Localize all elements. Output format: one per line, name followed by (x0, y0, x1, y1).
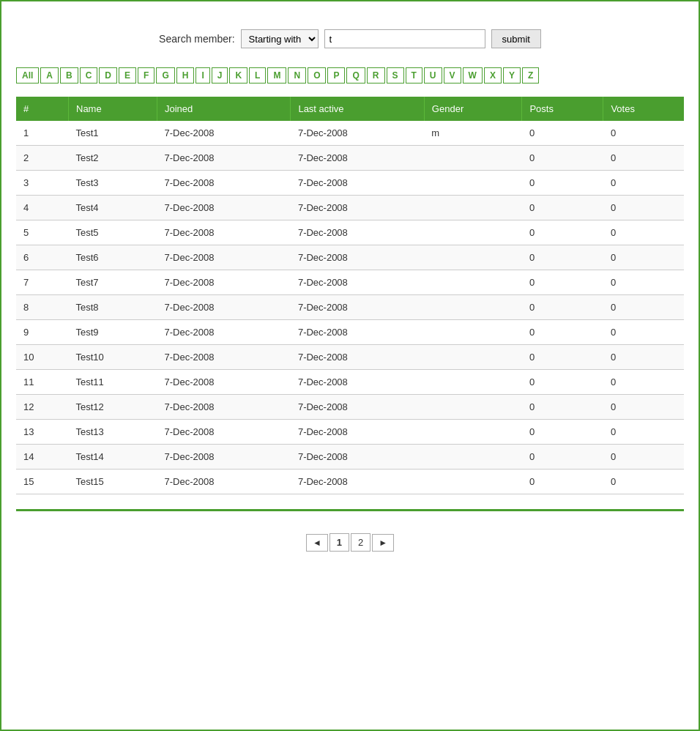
pagination-next[interactable]: ► (372, 534, 394, 552)
letter-btn-j[interactable]: J (212, 67, 228, 84)
row-votes: 0 (603, 121, 684, 146)
row-gender (424, 370, 522, 395)
row-name[interactable]: Test7 (69, 270, 157, 295)
letter-btn-b[interactable]: B (60, 67, 78, 84)
row-joined: 7-Dec-2008 (157, 370, 290, 395)
row-name[interactable]: Test4 (69, 196, 157, 220)
letter-btn-t[interactable]: T (406, 67, 422, 84)
letter-btn-y[interactable]: Y (503, 67, 521, 84)
bottom-divider (16, 509, 684, 511)
row-joined: 7-Dec-2008 (157, 245, 290, 270)
row-posts: 0 (522, 320, 603, 345)
table-row: 15Test157-Dec-20087-Dec-200800 (16, 470, 684, 494)
submit-button[interactable]: submit (491, 29, 541, 48)
row-gender (424, 445, 522, 470)
row-posts: 0 (522, 445, 603, 470)
table-body: 1Test17-Dec-20087-Dec-2008m002Test27-Dec… (16, 121, 684, 494)
col-header-posts[interactable]: Posts (522, 97, 603, 121)
pagination-prev[interactable]: ◄ (306, 534, 328, 552)
row-name[interactable]: Test9 (69, 320, 157, 345)
row-posts: 0 (522, 395, 603, 420)
letter-btn-n[interactable]: N (288, 67, 306, 84)
letter-btn-z[interactable]: Z (522, 67, 539, 84)
search-input[interactable] (324, 29, 485, 48)
row-name[interactable]: Test13 (69, 420, 157, 445)
row-joined: 7-Dec-2008 (157, 270, 290, 295)
row-name[interactable]: Test2 (69, 146, 157, 171)
letter-btn-k[interactable]: K (229, 67, 247, 84)
row-joined: 7-Dec-2008 (157, 146, 290, 171)
row-last-active: 7-Dec-2008 (291, 196, 424, 220)
table-row: 11Test117-Dec-20087-Dec-200800 (16, 370, 684, 395)
letter-btn-h[interactable]: H (176, 67, 195, 84)
row-votes: 0 (603, 370, 684, 395)
letter-btn-r[interactable]: R (367, 67, 385, 84)
letter-btn-g[interactable]: G (156, 67, 174, 84)
row-joined: 7-Dec-2008 (157, 470, 290, 494)
row-name[interactable]: Test8 (69, 295, 157, 320)
row-id: 4 (16, 196, 69, 220)
col-header-votes[interactable]: Votes (603, 97, 684, 121)
table-header: #NameJoinedLast activeGenderPostsVotes (16, 97, 684, 121)
row-id: 2 (16, 146, 69, 171)
letter-btn-f[interactable]: F (138, 67, 154, 84)
row-gender (424, 345, 522, 370)
letter-btn-d[interactable]: D (99, 67, 117, 84)
col-header-last-active[interactable]: Last active (291, 97, 424, 121)
letter-btn-w[interactable]: W (463, 67, 483, 84)
row-name[interactable]: Test12 (69, 395, 157, 420)
row-joined: 7-Dec-2008 (157, 320, 290, 345)
letter-btn-c[interactable]: C (80, 67, 98, 84)
row-name[interactable]: Test6 (69, 245, 157, 270)
row-last-active: 7-Dec-2008 (291, 395, 424, 420)
pagination-page-1[interactable]: 1 (329, 533, 349, 552)
page-wrapper: Search member: Starting withContainsEqua… (0, 0, 700, 731)
row-gender (424, 146, 522, 171)
col-header-name[interactable]: Name (69, 97, 157, 121)
letter-btn-p[interactable]: P (327, 67, 345, 84)
row-posts: 0 (522, 345, 603, 370)
row-gender: m (424, 121, 522, 146)
table-row: 12Test127-Dec-20087-Dec-200800 (16, 395, 684, 420)
letter-btn-q[interactable]: Q (346, 67, 365, 84)
table-row: 9Test97-Dec-20087-Dec-200800 (16, 320, 684, 345)
row-gender (424, 270, 522, 295)
search-select[interactable]: Starting withContainsEquals (241, 29, 319, 48)
row-name[interactable]: Test3 (69, 171, 157, 196)
col-header-gender[interactable]: Gender (424, 97, 522, 121)
letter-btn-m[interactable]: M (267, 67, 286, 84)
row-name[interactable]: Test14 (69, 445, 157, 470)
letter-btn-a[interactable]: A (40, 67, 59, 84)
letter-btn-all[interactable]: All (16, 67, 39, 84)
row-last-active: 7-Dec-2008 (291, 320, 424, 345)
row-votes: 0 (603, 320, 684, 345)
letter-btn-l[interactable]: L (249, 67, 266, 84)
row-last-active: 7-Dec-2008 (291, 295, 424, 320)
row-gender (424, 245, 522, 270)
row-name[interactable]: Test15 (69, 470, 157, 494)
col-header-joined[interactable]: Joined (157, 97, 290, 121)
letter-btn-s[interactable]: S (387, 67, 404, 84)
row-joined: 7-Dec-2008 (157, 171, 290, 196)
row-joined: 7-Dec-2008 (157, 220, 290, 245)
letter-btn-e[interactable]: E (119, 67, 136, 84)
row-id: 5 (16, 220, 69, 245)
row-votes: 0 (603, 171, 684, 196)
row-last-active: 7-Dec-2008 (291, 345, 424, 370)
row-gender (424, 420, 522, 445)
row-name[interactable]: Test1 (69, 121, 157, 146)
letter-btn-o[interactable]: O (308, 67, 326, 84)
col-header-#[interactable]: # (16, 97, 69, 121)
row-last-active: 7-Dec-2008 (291, 121, 424, 146)
letter-btn-u[interactable]: U (424, 67, 442, 84)
letter-btn-i[interactable]: I (196, 67, 209, 84)
pagination-page-2[interactable]: 2 (351, 533, 371, 552)
row-id: 11 (16, 370, 69, 395)
row-last-active: 7-Dec-2008 (291, 146, 424, 171)
row-name[interactable]: Test11 (69, 370, 157, 395)
letter-btn-v[interactable]: V (444, 67, 461, 84)
row-name[interactable]: Test5 (69, 220, 157, 245)
row-id: 12 (16, 395, 69, 420)
letter-btn-x[interactable]: X (484, 67, 502, 84)
row-name[interactable]: Test10 (69, 345, 157, 370)
